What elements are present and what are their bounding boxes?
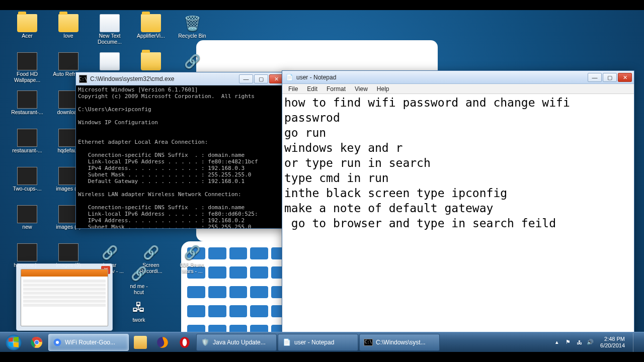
desktop-icon[interactable]: 🔗006 Bruno Mars - ... (174, 243, 210, 281)
cmd-window[interactable]: C:\ C:\Windows\system32\cmd.exe — ▢ ✕ Mi… (75, 72, 286, 229)
desktop-icon-label: new (22, 224, 32, 230)
menu-view[interactable]: View (351, 84, 372, 94)
desktop-icon[interactable]: love (50, 14, 87, 51)
explorer-icon (134, 336, 147, 349)
recycle-icon: 🗑️ (182, 14, 202, 32)
desktop-icon-label: Two-cups-... (13, 186, 41, 192)
network-icon[interactable]: 🖧 (575, 338, 583, 346)
notepad-icon: 📄 (282, 338, 291, 347)
img-icon (58, 52, 78, 70)
desktop-icon[interactable]: 🖧 twork (121, 298, 157, 323)
desktop-icon-label: restaurant-... (12, 148, 42, 154)
maximize-button[interactable]: ▢ (254, 74, 268, 83)
menu-format[interactable]: Format (323, 84, 350, 94)
desktop-icon[interactable]: 🔗 nd me - hcut (121, 264, 157, 295)
desktop-icon[interactable]: Restaurant-... (9, 90, 45, 128)
letterbox (0, 352, 644, 362)
menu-help[interactable]: Help (373, 84, 393, 94)
chrome-icon (30, 336, 43, 349)
desktop-icon-label: Acer (22, 33, 33, 39)
cmd-titlebar[interactable]: C:\ C:\Windows\system32\cmd.exe — ▢ ✕ (76, 72, 285, 85)
desktop-icon[interactable]: New Text Docume... (92, 14, 128, 51)
desktop-icon-label: 006 Bruno Mars - ... (180, 262, 204, 274)
folder-icon (58, 14, 78, 32)
taskbar-button-label: user - Notepad (294, 339, 334, 346)
desktop-icon-label: nd me - hcut (130, 284, 148, 295)
volume-icon[interactable]: 🔊 (586, 338, 594, 346)
minimize-button[interactable]: — (239, 74, 253, 83)
close-button[interactable]: ✕ (269, 74, 283, 83)
close-button[interactable]: ✕ (618, 73, 632, 82)
svg-point-6 (56, 341, 59, 344)
clock-date: 6/20/2014 (600, 342, 625, 349)
desktop-icon[interactable]: Acer (9, 14, 45, 51)
maximize-button[interactable]: ▢ (603, 73, 617, 82)
pinned-explorer[interactable] (130, 334, 151, 351)
notepad-window[interactable]: 📄 user - Notepad — ▢ ✕ File Edit Format … (282, 70, 634, 352)
taskbar-button-label: C:\Windows\syst... (376, 339, 426, 346)
shortcut-icon: 🔗 (100, 243, 120, 261)
firefox-icon (156, 336, 169, 349)
network-icon: 🖧 (129, 298, 149, 316)
desktop-icon-label: ApplifierVi... (137, 33, 165, 39)
taskbar-button-cmd[interactable]: C:\ C:\Windows\syst... (359, 334, 440, 351)
taskbar-button-notepad[interactable]: 📄 user - Notepad (278, 334, 358, 351)
notepad-icon: 📄 (285, 73, 293, 81)
svg-point-9 (183, 338, 187, 346)
taskbar-thumbnail[interactable]: ✕ (16, 263, 113, 331)
pinned-chrome[interactable] (26, 334, 47, 351)
desktop-icon[interactable]: Food HD Wallpape... (9, 52, 45, 89)
thumbnail-preview[interactable] (21, 269, 108, 326)
taskbar-button-chrome[interactable]: WiFi Router-Goo... (48, 334, 129, 351)
tray-up-icon[interactable]: ▴ (553, 338, 561, 346)
img-icon (17, 52, 37, 70)
desktop-icon[interactable]: 🗑️Recycle Bin (174, 14, 210, 51)
show-desktop-button[interactable] (633, 333, 640, 352)
cmd-output[interactable]: Microsoft Windows [Version 6.1.7601] Cop… (76, 85, 285, 228)
desktop-icon[interactable]: Two-cups-... (9, 167, 45, 204)
file-icon (100, 14, 120, 32)
pinned-firefox[interactable] (152, 334, 173, 351)
desktop-icon[interactable]: ApplifierVi... (133, 14, 169, 51)
notepad-titlebar[interactable]: 📄 user - Notepad — ▢ ✕ (282, 71, 634, 84)
taskbar-button-java[interactable]: 🛡️ Java Auto Update... (196, 334, 277, 351)
shortcut-icon: 🔗 (141, 243, 161, 261)
shortcut-icon: 🔗 (182, 52, 202, 70)
svg-point-4 (35, 340, 39, 344)
shield-icon: 🛡️ (201, 338, 210, 347)
desktop-icon-label: Restaurant-... (11, 110, 43, 116)
clock-time: 2:48 PM (600, 336, 625, 342)
start-button[interactable] (2, 333, 25, 351)
opera-icon (178, 336, 191, 349)
taskbar-clock[interactable]: 2:48 PM 6/20/2014 (597, 336, 628, 348)
folder-icon (17, 14, 37, 32)
img-icon (17, 167, 37, 185)
img-icon (17, 90, 37, 109)
system-tray[interactable]: ▴ ⚑ 🖧 🔊 2:48 PM 6/20/2014 (553, 333, 642, 352)
file-icon (100, 52, 120, 70)
img-icon (17, 205, 37, 223)
flag-icon[interactable]: ⚑ (564, 338, 572, 346)
taskbar-button-label: WiFi Router-Goo... (65, 339, 115, 346)
pinned-opera[interactable] (174, 334, 195, 351)
notepad-textarea[interactable]: how to find wifi password and change wif… (282, 94, 634, 351)
menu-file[interactable]: File (284, 84, 302, 94)
notepad-title: user - Notepad (296, 74, 588, 81)
folder-icon (141, 14, 161, 32)
desktop-icon-label: twork (132, 317, 145, 323)
minimize-button[interactable]: — (588, 73, 602, 82)
desktop-icon[interactable]: new (9, 205, 45, 242)
taskbar-button-label: Java Auto Update... (213, 339, 266, 346)
cmd-title: C:\Windows\system32\cmd.exe (90, 75, 239, 82)
desktop-icon[interactable]: restaurant-... (9, 129, 45, 166)
img-icon (17, 243, 37, 261)
menu-edit[interactable]: Edit (303, 84, 321, 94)
desktop[interactable]: AcerloveNew Text Docume...ApplifierVi...… (0, 0, 644, 362)
folder-icon (141, 52, 161, 70)
desktop-icon-label: Recycle Bin (178, 33, 206, 39)
cmd-icon: C:\ (79, 75, 87, 83)
desktop-icon-label: love (63, 33, 73, 39)
notepad-menubar: File Edit Format View Help (282, 84, 634, 94)
img-icon (17, 129, 37, 147)
letterbox (0, 0, 644, 10)
